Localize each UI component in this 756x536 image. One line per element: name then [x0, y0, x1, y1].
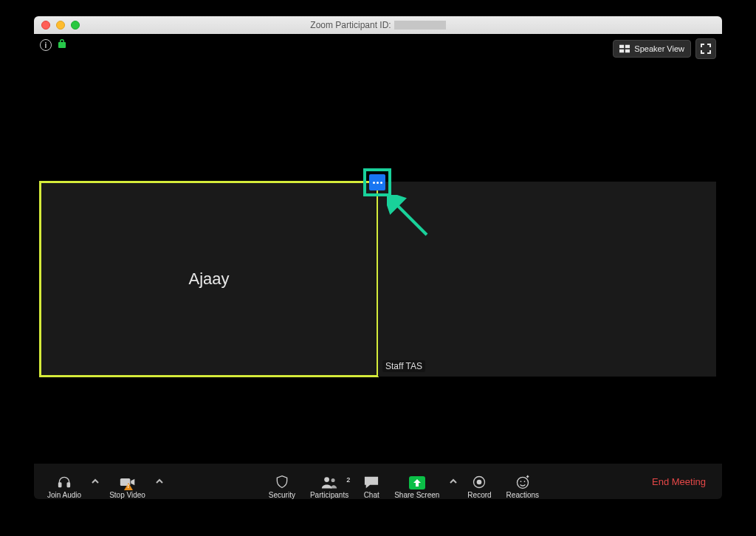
active-speaker-tile[interactable]: Ajaay [40, 182, 378, 377]
share-screen-button[interactable]: Share Screen [387, 476, 447, 499]
chat-label: Chat [364, 491, 379, 499]
meeting-toolbar: Join Audio Stop Video [34, 464, 722, 499]
chat-button[interactable]: Chat [356, 475, 387, 499]
chat-icon [363, 475, 379, 489]
encryption-lock-icon[interactable] [58, 38, 66, 52]
svg-point-11 [477, 480, 482, 485]
join-audio-label: Join Audio [47, 491, 81, 499]
record-label: Record [467, 491, 491, 499]
svg-rect-6 [67, 483, 69, 487]
gallery-icon [619, 44, 630, 53]
svg-rect-1 [625, 45, 630, 48]
participant-tile-label: Staff TAS [382, 360, 425, 372]
participants-label: Participants [310, 491, 348, 499]
participants-count-badge: 2 [346, 476, 350, 484]
top-left-overlay: i [40, 38, 66, 52]
headphones-icon [56, 475, 72, 489]
stop-video-caret[interactable] [153, 464, 166, 499]
top-right-overlay: Speaker View [613, 38, 716, 59]
view-toggle-button[interactable]: Speaker View [613, 40, 691, 58]
end-meeting-label: End Meeting [652, 476, 706, 487]
reactions-button[interactable]: Reactions [499, 475, 546, 499]
svg-rect-5 [59, 483, 61, 487]
participant-tile[interactable]: Staff TAS [378, 182, 716, 377]
view-toggle-label: Speaker View [634, 44, 684, 53]
stop-video-button[interactable]: Stop Video [102, 475, 153, 499]
join-audio-button[interactable]: Join Audio [40, 475, 89, 499]
share-screen-caret[interactable] [447, 464, 460, 499]
record-button[interactable]: Record [460, 475, 498, 499]
toolbar-center: Security 2 Participants Chat [261, 464, 546, 499]
minimize-window-button[interactable] [56, 21, 65, 30]
close-window-button[interactable] [41, 21, 50, 30]
svg-point-8 [324, 477, 329, 482]
toolbar-left: Join Audio Stop Video [40, 464, 166, 499]
video-tiles: Ajaay Staff TAS [40, 182, 716, 377]
svg-point-12 [517, 477, 528, 488]
active-speaker-name: Ajaay [188, 269, 229, 289]
end-meeting-button[interactable]: End Meeting [642, 476, 716, 487]
svg-rect-0 [619, 45, 624, 48]
share-screen-icon [409, 476, 425, 489]
meeting-info-icon[interactable]: i [40, 39, 52, 51]
smile-icon [515, 475, 531, 489]
share-screen-label: Share Screen [394, 491, 439, 499]
security-label: Security [269, 491, 295, 499]
stop-video-label: Stop Video [109, 491, 145, 499]
participants-button[interactable]: 2 Participants [303, 475, 356, 499]
svg-rect-3 [625, 49, 630, 52]
svg-point-14 [524, 481, 526, 482]
video-warning-icon [124, 483, 133, 490]
shield-icon [274, 475, 290, 489]
meeting-canvas: i Speaker View Ajaa [34, 34, 722, 464]
svg-point-9 [331, 478, 335, 482]
svg-rect-2 [619, 49, 624, 52]
join-audio-caret[interactable] [89, 464, 102, 499]
svg-point-13 [520, 481, 522, 482]
participant-id-redacted [394, 21, 446, 30]
fullscreen-button[interactable] [695, 38, 716, 59]
tile-more-menu-button[interactable] [369, 174, 385, 190]
zoom-window: Zoom Participant ID: i Speaker View [34, 16, 722, 499]
reactions-label: Reactions [506, 491, 539, 499]
tile-more-menu-highlight [363, 168, 391, 196]
security-button[interactable]: Security [261, 475, 303, 499]
fullscreen-icon [701, 44, 711, 54]
window-title: Zoom Participant ID: [34, 20, 722, 30]
zoom-window-button[interactable] [71, 21, 80, 30]
window-titlebar: Zoom Participant ID: [34, 16, 722, 34]
people-icon [321, 475, 337, 489]
record-icon [471, 475, 487, 489]
traffic-lights [41, 21, 80, 30]
window-title-text: Zoom Participant ID: [310, 20, 391, 30]
